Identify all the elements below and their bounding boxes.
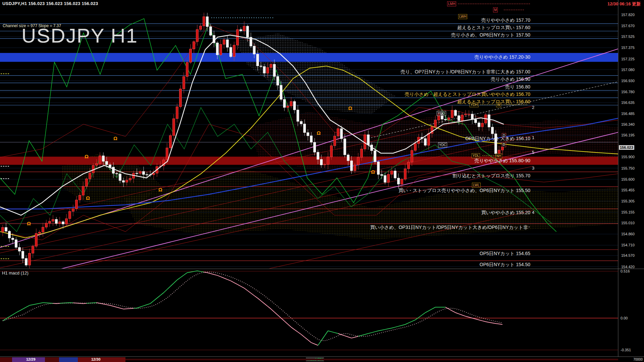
footer-date-label: 12/29	[26, 357, 36, 361]
level-label: 超えるとストップロス買い 157.60	[457, 25, 530, 31]
candle-body	[183, 76, 185, 89]
candle-body	[361, 149, 363, 157]
macd-line-segment	[268, 306, 271, 309]
price-axis-tick: 154.860	[621, 232, 635, 236]
macd-line-segment	[127, 309, 130, 309]
macd-line-segment	[385, 329, 388, 329]
candle-body	[337, 129, 339, 136]
macd-line-segment	[113, 306, 117, 307]
macd-line-segment	[231, 281, 234, 283]
macd-line-segment	[147, 304, 150, 305]
macd-line-segment	[70, 303, 73, 303]
macd-line-segment	[355, 336, 358, 337]
level-label: 売り、OP7日NYカット/OP8日NYカット非常に大きめ 157.00	[400, 69, 530, 75]
candle-body	[136, 173, 138, 174]
candle-body	[448, 118, 450, 120]
candle-body	[89, 173, 91, 179]
level-label: 買いやや小さめ 155.20	[481, 210, 530, 216]
candle-body	[501, 147, 504, 150]
macd-line-segment	[315, 344, 318, 345]
macd-line-segment	[291, 327, 294, 329]
macd-line-segment	[412, 320, 415, 321]
candle-body	[347, 155, 350, 161]
macd-line-segment	[93, 303, 97, 303]
macd-line-segment	[449, 309, 452, 311]
candle-body	[2, 227, 4, 232]
price-axis-tick: 155.600	[621, 177, 635, 181]
candle-body	[327, 157, 329, 164]
marker-dash-line	[458, 4, 530, 4]
macd-line-segment	[419, 315, 422, 317]
marker-dash-line	[504, 10, 524, 10]
candle-body	[39, 232, 41, 233]
price-axis-tick: 157.225	[621, 57, 635, 61]
candle-body	[260, 66, 262, 67]
last-update-timestamp: 12/30 06:16 更新	[607, 1, 641, 7]
price-chart-canvas[interactable]	[0, 0, 644, 362]
candle-body	[263, 66, 266, 73]
macd-line-segment	[150, 301, 154, 304]
candle-body	[267, 67, 269, 73]
macd-line-segment	[217, 276, 221, 277]
macd-line-segment	[321, 336, 325, 340]
candle-body	[384, 176, 386, 182]
candle-body	[146, 175, 148, 175]
level-label: 売り 156.80	[505, 84, 530, 90]
macd-line-segment	[331, 332, 335, 333]
macd-line-segment	[392, 327, 395, 328]
candle-body	[196, 29, 199, 42]
candle-body	[210, 26, 212, 35]
candle-body	[304, 124, 306, 133]
macd-indicator-label: H1 macd (12)	[2, 270, 29, 276]
marker-d: D	[502, 133, 506, 138]
candle-body	[52, 219, 54, 221]
candle-body	[143, 171, 145, 174]
level-label: OP6日NYカット 154.50	[480, 262, 530, 268]
macd-line-segment	[432, 307, 435, 309]
level-label: OP5日NYカット 154.65	[480, 251, 530, 257]
macd-line-segment	[80, 303, 83, 304]
candle-body	[96, 164, 98, 165]
candle-body	[320, 160, 323, 165]
omega-marker-icon: Ω	[371, 169, 375, 175]
candle-body	[290, 102, 292, 106]
omega-marker-icon: Ω	[158, 187, 162, 192]
candle-body	[408, 162, 410, 169]
candle-body	[139, 171, 142, 173]
macd-line-segment	[274, 312, 278, 315]
price-axis-tick: 155.750	[621, 166, 635, 170]
macd-line-segment	[16, 311, 19, 312]
candle-body	[193, 42, 195, 49]
macd-line-segment	[174, 280, 177, 283]
macd-line-segment	[66, 303, 70, 303]
candle-body	[273, 64, 276, 76]
candle-body	[310, 136, 313, 142]
candle-body	[367, 135, 370, 145]
macd-signal-line	[3, 272, 502, 341]
macd-line-segment	[278, 315, 281, 318]
candle-body	[226, 40, 229, 47]
macd-line-segment	[402, 324, 405, 325]
candle-body	[122, 181, 125, 182]
macd-line-segment	[9, 315, 13, 317]
macd-line-segment	[211, 274, 214, 275]
macd-line-segment	[227, 280, 231, 281]
cloud-white-dotted	[235, 34, 395, 114]
macd-line-segment	[489, 322, 492, 323]
candle-body	[458, 116, 460, 121]
level-label: 売りやや小さめ 157.20-30	[474, 54, 530, 60]
candle-body	[300, 121, 303, 124]
candle-body	[230, 47, 232, 57]
candle-body	[478, 123, 480, 127]
macd-line-segment	[311, 343, 315, 344]
candle-body	[314, 142, 316, 152]
candle-body	[55, 219, 58, 223]
macd-line-segment	[33, 304, 36, 305]
macd-line-segment	[455, 313, 459, 314]
trading-chart-window: USDJPY,H1 156.023 156.023 156.023 156.02…	[0, 0, 644, 362]
candle-body	[35, 233, 38, 246]
macd-line-segment	[271, 309, 274, 312]
price-axis-tick: 156.340	[621, 122, 635, 126]
macd-line-segment	[154, 298, 157, 301]
macd-line-segment	[191, 272, 194, 272]
